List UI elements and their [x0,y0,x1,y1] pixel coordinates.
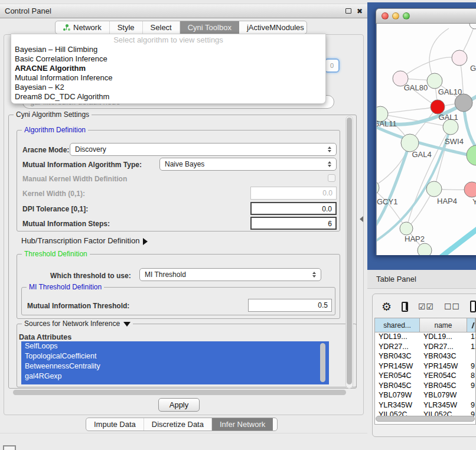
control-panel-tabbar: Network Style Select Cyni Toolbox jActiv… [55,21,307,34]
minimize-window-icon[interactable] [392,12,399,19]
manual-kernel-checkbox[interactable] [328,174,335,182]
apply-button[interactable]: Apply [158,398,200,412]
algorithm-definition-title: Algorithm Definition [22,126,88,134]
network-node[interactable] [401,134,419,152]
algorithm-option[interactable]: Bayesian – Hill Climbing [11,45,325,54]
tab-impute-data[interactable]: Impute Data [86,418,144,431]
attribute-item[interactable]: TopologicalCoefficient [21,351,329,361]
node-label: HAP4 [437,197,457,206]
zoom-window-icon[interactable] [403,12,410,19]
table-toolbar: ⚙ ☑☑ ☐☐ [382,298,476,315]
table-cell: 9. [467,362,475,372]
float-panel-icon[interactable] [345,8,351,14]
network-node[interactable] [426,181,442,197]
kernel-width-label: Kernel Width (0,1): [22,190,85,198]
network-node[interactable] [418,243,432,255]
bottom-divider [0,433,367,433]
which-threshold-combo[interactable]: MI Threshold [139,268,321,281]
algorithm-option[interactable]: Dream8 DC_TDC Algorithm [11,92,325,102]
table-row[interactable]: YER054CYER054C8. [375,371,475,381]
columns-icon[interactable] [402,302,408,312]
network-canvas: GALGAL80GAL10GAL1GAL11SWI4GAL4GCY1HAP4YH… [377,24,476,255]
tab-style[interactable]: Style [110,21,143,34]
combo-arrows-icon [312,272,316,278]
control-panel-title: Control Panel [5,6,51,15]
collapsed-panel-icon[interactable] [3,445,16,450]
settings-hscrollbar-thumb[interactable] [13,390,346,395]
table-cell: YDL19... [420,332,467,343]
settings-vscrollbar-thumb[interactable] [347,118,352,384]
network-node[interactable] [427,73,442,89]
node-label: GCY1 [377,197,397,206]
attribute-item[interactable]: gal4RGexp [21,371,329,381]
table-row[interactable]: YDR27...YDR27...12 [375,343,475,353]
deselect-all-checks-icon[interactable]: ☐☐ [444,302,460,311]
node-label: GAL10 [438,87,462,96]
network-node[interactable] [452,50,467,66]
network-edge[interactable] [429,28,449,81]
column-header-name[interactable]: name [420,318,467,332]
combo-arrows-icon [328,161,331,167]
network-view[interactable]: GALGAL80GAL10GAL1GAL11SWI4GAL4GCY1HAP4YH… [376,24,476,255]
network-window-titlebar[interactable] [376,8,476,24]
column-header-partial[interactable] [467,318,475,332]
focused-spinner-fragment[interactable]: 0 [324,58,340,73]
select-all-checks-icon[interactable]: ☑☑ [418,302,434,311]
close-panel-icon[interactable]: ✖ [357,7,363,15]
tab-select[interactable]: Select [143,21,180,34]
network-edge[interactable] [380,107,438,114]
attributes-scrollbar[interactable] [320,343,325,382]
network-node[interactable] [464,182,476,197]
table-cell: YDR27... [420,343,467,353]
network-window: GALGAL80GAL10GAL1GAL11SWI4GAL4GCY1HAP4YH… [376,8,476,255]
network-node[interactable] [470,24,476,29]
algorithm-option[interactable]: Basic Correlation Inference [11,54,325,64]
network-node[interactable] [467,145,476,165]
cyni-settings-title: Cyni Algorithm Settings [14,110,92,119]
collapsed-arrow-icon [143,238,148,245]
data-attributes-list[interactable]: SelfLoopsTopologicalCoefficientBetweenne… [21,341,329,384]
network-node[interactable] [431,100,445,114]
algorithm-option[interactable]: ARACNE Algorithm [11,64,325,73]
gear-icon[interactable]: ⚙ [382,301,392,312]
node-label: GAL4 [412,150,431,159]
control-panel-titlebar: Control Panel ✖ [0,4,367,18]
network-node[interactable] [455,94,472,112]
dpi-tolerance-field[interactable]: 0.0 [250,202,337,215]
table-row[interactable]: YBR043CYBR043C [375,352,475,362]
panel-collapse-arrow-icon[interactable] [360,216,363,222]
table-cell: YBL079W [375,391,420,401]
algorithm-option[interactable]: Mutual Information Inference [11,73,325,83]
algorithm-option[interactable]: Bayesian – K2 [11,83,325,92]
table-row[interactable]: YBL079WYBL079W [375,391,475,401]
table-hscrollbar-thumb[interactable] [376,416,475,422]
table-row[interactable]: YPR145WYPR145W9. [375,362,475,372]
tab-infer-network[interactable]: Infer Network [212,418,273,431]
attribute-item[interactable]: BetweennessCentrality [21,361,329,371]
mi-steps-field[interactable]: 6 [250,217,337,230]
expanded-arrow-icon[interactable] [123,322,131,327]
table-row[interactable]: YLR345WYLR345W9. [375,401,475,411]
table-row[interactable]: YDL19...YDL19...13 [375,332,475,343]
mi-threshold-field[interactable]: 0.5 [248,299,332,312]
kernel-width-field[interactable]: 0.0 [250,187,337,200]
column-header-shared-name[interactable]: shared... [375,318,420,332]
hub-definition-toggle[interactable]: Hub/Transcription Factor Definition [21,236,148,245]
tab-network[interactable]: Network [56,21,110,34]
close-window-icon[interactable] [382,12,389,19]
table-row[interactable]: YBR045CYBR045C9. [375,381,475,392]
tab-discretize-data[interactable]: Discretize Data [144,418,212,431]
table-panel-title: Table Panel [376,275,416,283]
tab-network-label: Network [73,23,102,32]
network-node[interactable] [400,222,413,235]
mi-algorithm-type-combo[interactable]: Naive Bayes [159,158,337,171]
tab-jactivemnodules[interactable]: jActiveMNodules [239,21,307,34]
table-cell [467,352,475,362]
aracne-mode-combo[interactable]: Discovery [70,143,337,156]
export-file-icon[interactable] [470,301,476,312]
node-attribute-table[interactable]: shared... name YDL19...YDL19...13YDR27..… [374,318,476,425]
tab-cyni-toolbox[interactable]: Cyni Toolbox [180,21,239,34]
attribute-item[interactable]: SelfLoops [21,341,329,351]
table-cell: YPR145W [375,362,420,372]
aracne-mode-label: Aracne Mode: [22,146,69,154]
